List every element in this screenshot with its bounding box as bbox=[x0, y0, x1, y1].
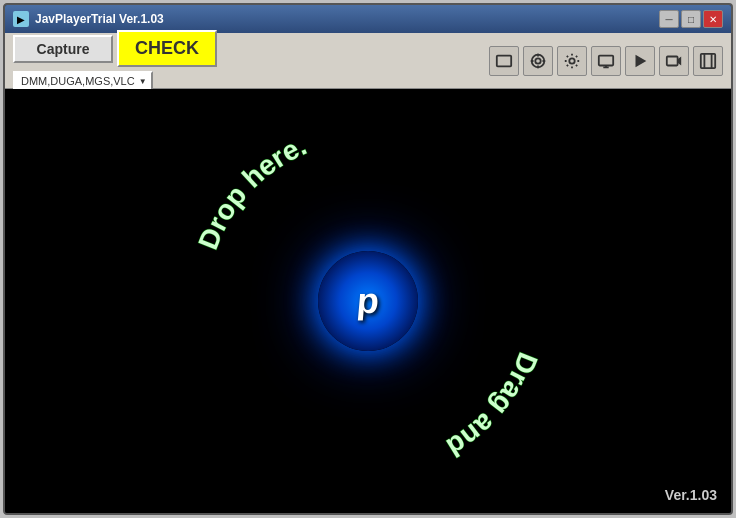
toolbar-right-group bbox=[489, 46, 723, 76]
close-button[interactable]: ✕ bbox=[703, 10, 723, 28]
capture-button[interactable]: Capture bbox=[13, 35, 113, 63]
drop-zone[interactable]: Drop here. Drag and p bbox=[178, 111, 558, 491]
top-btn-row: Capture CHECK bbox=[13, 30, 217, 67]
title-controls: ─ □ ✕ bbox=[659, 10, 723, 28]
target-icon-button[interactable] bbox=[523, 46, 553, 76]
title-bar-left: ▶ JavPlayerTrial Ver.1.03 bbox=[13, 11, 164, 27]
version-label: Ver.1.03 bbox=[665, 487, 717, 503]
svg-marker-11 bbox=[636, 54, 647, 67]
svg-rect-0 bbox=[497, 55, 511, 66]
app-icon: ▶ bbox=[13, 11, 29, 27]
toolbar: Capture CHECK DMM,DUGA,MGS,VLC ▼ bbox=[5, 33, 731, 89]
dropdown-arrow-icon: ▼ bbox=[139, 77, 147, 86]
svg-text:Drop here.: Drop here. bbox=[192, 129, 311, 253]
dropdown-value: DMM,DUGA,MGS,VLC bbox=[21, 75, 135, 87]
toolbar-left-group: Capture CHECK DMM,DUGA,MGS,VLC ▼ bbox=[13, 30, 217, 91]
main-content[interactable]: Drop here. Drag and p Ver.1.03 bbox=[5, 89, 731, 513]
svg-text:Drag and: Drag and bbox=[441, 348, 543, 463]
expand-icon-button[interactable] bbox=[693, 46, 723, 76]
monitor-icon-button[interactable] bbox=[591, 46, 621, 76]
svg-rect-14 bbox=[701, 53, 715, 67]
svg-point-7 bbox=[569, 58, 574, 63]
center-letter: p bbox=[355, 280, 381, 322]
video-icon-button[interactable] bbox=[659, 46, 689, 76]
main-window: ▶ JavPlayerTrial Ver.1.03 ─ □ ✕ Capture … bbox=[3, 3, 733, 515]
center-logo: p bbox=[318, 251, 418, 351]
title-bar: ▶ JavPlayerTrial Ver.1.03 ─ □ ✕ bbox=[5, 5, 731, 33]
play-icon-button[interactable] bbox=[625, 46, 655, 76]
minimize-button[interactable]: ─ bbox=[659, 10, 679, 28]
svg-point-2 bbox=[535, 58, 540, 63]
screen-icon-button[interactable] bbox=[489, 46, 519, 76]
maximize-button[interactable]: □ bbox=[681, 10, 701, 28]
settings-icon-button[interactable] bbox=[557, 46, 587, 76]
check-button[interactable]: CHECK bbox=[117, 30, 217, 67]
source-dropdown[interactable]: DMM,DUGA,MGS,VLC ▼ bbox=[13, 71, 153, 91]
svg-rect-12 bbox=[667, 56, 678, 65]
svg-point-1 bbox=[532, 54, 545, 67]
svg-rect-8 bbox=[599, 55, 613, 65]
window-title: JavPlayerTrial Ver.1.03 bbox=[35, 12, 164, 26]
